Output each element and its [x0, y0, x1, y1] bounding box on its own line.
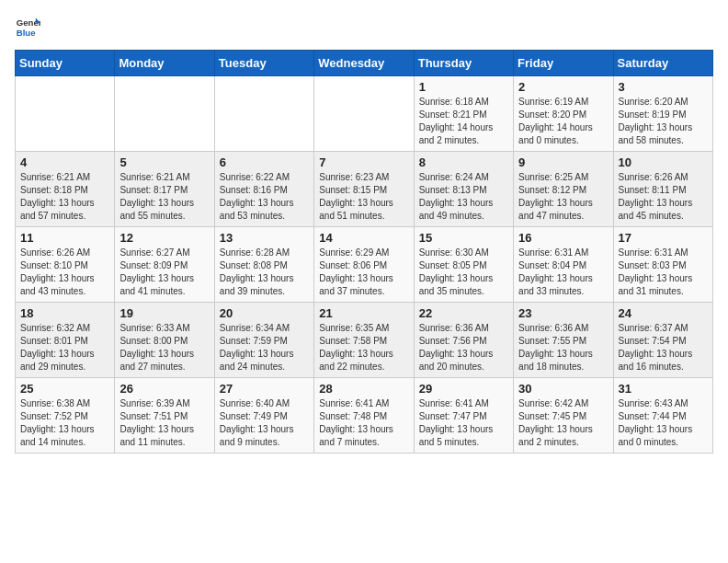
day-info: Sunrise: 6:26 AM Sunset: 8:11 PM Dayligh…: [619, 171, 708, 223]
day-info: Sunrise: 6:37 AM Sunset: 7:54 PM Dayligh…: [619, 322, 708, 373]
day-number: 27: [220, 382, 309, 396]
day-info: Sunrise: 6:36 AM Sunset: 7:55 PM Dayligh…: [518, 322, 608, 373]
day-info: Sunrise: 6:23 AM Sunset: 8:15 PM Dayligh…: [319, 171, 408, 223]
day-number: 6: [220, 155, 309, 169]
day-info: Sunrise: 6:18 AM Sunset: 8:21 PM Dayligh…: [419, 96, 508, 147]
day-info: Sunrise: 6:27 AM Sunset: 8:09 PM Dayligh…: [119, 247, 209, 298]
calendar-cell: 29Sunrise: 6:41 AM Sunset: 7:47 PM Dayli…: [414, 378, 513, 454]
calendar-cell: 26Sunrise: 6:39 AM Sunset: 7:51 PM Dayli…: [115, 378, 214, 454]
calendar-cell: 18Sunrise: 6:32 AM Sunset: 8:01 PM Dayli…: [16, 303, 115, 378]
day-info: Sunrise: 6:20 AM Sunset: 8:19 PM Dayligh…: [619, 96, 708, 147]
calendar-cell: 5Sunrise: 6:21 AM Sunset: 8:17 PM Daylig…: [115, 152, 214, 227]
day-info: Sunrise: 6:26 AM Sunset: 8:10 PM Dayligh…: [20, 247, 109, 298]
calendar-cell: 10Sunrise: 6:26 AM Sunset: 8:11 PM Dayli…: [613, 152, 712, 227]
calendar-cell: [214, 76, 313, 152]
day-number: 14: [319, 231, 408, 245]
day-number: 22: [419, 306, 508, 320]
day-number: 2: [518, 80, 608, 94]
day-info: Sunrise: 6:36 AM Sunset: 7:56 PM Dayligh…: [419, 322, 508, 373]
day-number: 23: [518, 306, 608, 320]
weekday-header-row: SundayMondayTuesdayWednesdayThursdayFrid…: [16, 51, 713, 76]
day-number: 12: [119, 231, 209, 245]
day-info: Sunrise: 6:19 AM Sunset: 8:20 PM Dayligh…: [518, 96, 608, 147]
calendar-cell: 27Sunrise: 6:40 AM Sunset: 7:49 PM Dayli…: [214, 378, 313, 454]
calendar-cell: [115, 76, 214, 152]
day-info: Sunrise: 6:21 AM Sunset: 8:17 PM Dayligh…: [119, 171, 209, 223]
day-number: 25: [20, 382, 109, 396]
day-info: Sunrise: 6:32 AM Sunset: 8:01 PM Dayligh…: [20, 322, 109, 373]
day-number: 30: [518, 382, 608, 396]
day-info: Sunrise: 6:31 AM Sunset: 8:03 PM Dayligh…: [619, 247, 708, 298]
calendar-week-5: 25Sunrise: 6:38 AM Sunset: 7:52 PM Dayli…: [16, 378, 713, 454]
day-info: Sunrise: 6:43 AM Sunset: 7:44 PM Dayligh…: [619, 397, 708, 449]
day-number: 13: [220, 231, 309, 245]
calendar-cell: 31Sunrise: 6:43 AM Sunset: 7:44 PM Dayli…: [613, 378, 712, 454]
weekday-header-wednesday: Wednesday: [314, 51, 414, 76]
day-number: 11: [20, 231, 109, 245]
day-number: 16: [518, 231, 608, 245]
calendar-week-4: 18Sunrise: 6:32 AM Sunset: 8:01 PM Dayli…: [16, 303, 713, 378]
calendar-cell: 15Sunrise: 6:30 AM Sunset: 8:05 PM Dayli…: [414, 227, 513, 303]
day-number: 1: [419, 80, 508, 94]
calendar-cell: 7Sunrise: 6:23 AM Sunset: 8:15 PM Daylig…: [314, 152, 414, 227]
day-number: 7: [319, 155, 408, 169]
calendar-week-1: 1Sunrise: 6:18 AM Sunset: 8:21 PM Daylig…: [16, 76, 713, 152]
weekday-header-sunday: Sunday: [16, 51, 115, 76]
day-number: 31: [619, 382, 708, 396]
day-number: 18: [20, 306, 109, 320]
weekday-header-friday: Friday: [514, 51, 613, 76]
day-info: Sunrise: 6:42 AM Sunset: 7:45 PM Dayligh…: [518, 397, 608, 449]
day-number: 10: [619, 155, 708, 169]
day-info: Sunrise: 6:31 AM Sunset: 8:04 PM Dayligh…: [518, 247, 608, 298]
day-info: Sunrise: 6:21 AM Sunset: 8:18 PM Dayligh…: [20, 171, 109, 223]
calendar-cell: 12Sunrise: 6:27 AM Sunset: 8:09 PM Dayli…: [115, 227, 214, 303]
header: General Blue: [15, 15, 713, 40]
calendar-cell: 3Sunrise: 6:20 AM Sunset: 8:19 PM Daylig…: [613, 76, 712, 152]
day-number: 29: [419, 382, 508, 396]
day-info: Sunrise: 6:35 AM Sunset: 7:58 PM Dayligh…: [319, 322, 408, 373]
day-info: Sunrise: 6:40 AM Sunset: 7:49 PM Dayligh…: [220, 397, 309, 449]
calendar-cell: 24Sunrise: 6:37 AM Sunset: 7:54 PM Dayli…: [613, 303, 712, 378]
calendar-cell: 14Sunrise: 6:29 AM Sunset: 8:06 PM Dayli…: [314, 227, 414, 303]
weekday-header-saturday: Saturday: [613, 51, 712, 76]
day-number: 5: [119, 155, 209, 169]
calendar-cell: 6Sunrise: 6:22 AM Sunset: 8:16 PM Daylig…: [214, 152, 313, 227]
calendar-week-2: 4Sunrise: 6:21 AM Sunset: 8:18 PM Daylig…: [16, 152, 713, 227]
day-info: Sunrise: 6:38 AM Sunset: 7:52 PM Dayligh…: [20, 397, 109, 449]
day-number: 9: [518, 155, 608, 169]
day-number: 26: [119, 382, 209, 396]
day-number: 8: [419, 155, 508, 169]
calendar-cell: 17Sunrise: 6:31 AM Sunset: 8:03 PM Dayli…: [613, 227, 712, 303]
day-info: Sunrise: 6:28 AM Sunset: 8:08 PM Dayligh…: [220, 247, 309, 298]
calendar-cell: 16Sunrise: 6:31 AM Sunset: 8:04 PM Dayli…: [514, 227, 613, 303]
logo: General Blue: [15, 15, 40, 40]
calendar-cell: [314, 76, 414, 152]
day-number: 24: [619, 306, 708, 320]
calendar-cell: 20Sunrise: 6:34 AM Sunset: 7:59 PM Dayli…: [214, 303, 313, 378]
day-number: 15: [419, 231, 508, 245]
day-info: Sunrise: 6:41 AM Sunset: 7:48 PM Dayligh…: [319, 397, 408, 449]
day-info: Sunrise: 6:30 AM Sunset: 8:05 PM Dayligh…: [419, 247, 508, 298]
calendar-cell: 23Sunrise: 6:36 AM Sunset: 7:55 PM Dayli…: [514, 303, 613, 378]
day-number: 20: [220, 306, 309, 320]
day-number: 28: [319, 382, 408, 396]
calendar-body: 1Sunrise: 6:18 AM Sunset: 8:21 PM Daylig…: [16, 76, 713, 454]
day-info: Sunrise: 6:25 AM Sunset: 8:12 PM Dayligh…: [518, 171, 608, 223]
calendar-cell: [16, 76, 115, 152]
calendar-cell: 22Sunrise: 6:36 AM Sunset: 7:56 PM Dayli…: [414, 303, 513, 378]
day-info: Sunrise: 6:41 AM Sunset: 7:47 PM Dayligh…: [419, 397, 508, 449]
day-number: 17: [619, 231, 708, 245]
calendar-cell: 1Sunrise: 6:18 AM Sunset: 8:21 PM Daylig…: [414, 76, 513, 152]
day-info: Sunrise: 6:29 AM Sunset: 8:06 PM Dayligh…: [319, 247, 408, 298]
svg-text:Blue: Blue: [17, 28, 36, 38]
calendar-header: SundayMondayTuesdayWednesdayThursdayFrid…: [16, 51, 713, 76]
day-info: Sunrise: 6:24 AM Sunset: 8:13 PM Dayligh…: [419, 171, 508, 223]
calendar-cell: 8Sunrise: 6:24 AM Sunset: 8:13 PM Daylig…: [414, 152, 513, 227]
day-info: Sunrise: 6:22 AM Sunset: 8:16 PM Dayligh…: [220, 171, 309, 223]
day-number: 21: [319, 306, 408, 320]
calendar-cell: 28Sunrise: 6:41 AM Sunset: 7:48 PM Dayli…: [314, 378, 414, 454]
calendar-cell: 30Sunrise: 6:42 AM Sunset: 7:45 PM Dayli…: [514, 378, 613, 454]
logo-icon: General Blue: [15, 15, 40, 40]
weekday-header-tuesday: Tuesday: [214, 51, 313, 76]
calendar-cell: 13Sunrise: 6:28 AM Sunset: 8:08 PM Dayli…: [214, 227, 313, 303]
